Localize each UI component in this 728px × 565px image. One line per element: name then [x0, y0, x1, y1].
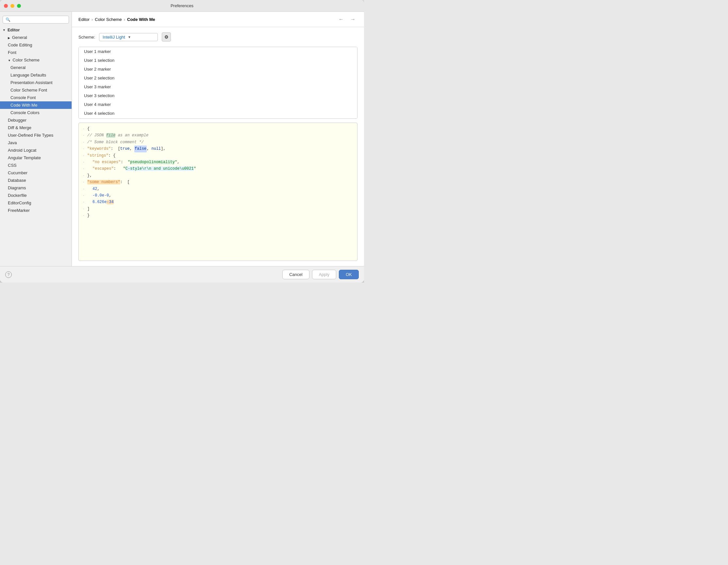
chevron-down-icon: ▼	[128, 35, 131, 39]
code-line: ·},	[83, 172, 353, 179]
sidebar-item-label: Cucumber	[8, 170, 27, 175]
minimize-button[interactable]	[10, 4, 14, 8]
sidebar-item-font[interactable]: Font	[0, 49, 72, 56]
breadcrumb-editor: Editor	[78, 17, 90, 22]
code-line: ·6.626e-34	[83, 199, 353, 205]
code-line: ·"keywords": [true, false, null],	[83, 145, 353, 152]
sidebar-item-label: General	[10, 65, 25, 70]
list-item-user3-selection[interactable]: User 3 selection	[79, 91, 357, 100]
list-item-user3-marker[interactable]: User 3 marker	[79, 82, 357, 91]
help-button[interactable]: ?	[5, 271, 12, 278]
list-item-user4-marker[interactable]: User 4 marker	[79, 100, 357, 109]
sidebar-item-label: Language Defaults	[10, 73, 46, 77]
code-line: ·{	[83, 125, 353, 132]
sidebar-item-label: Console Colors	[10, 110, 40, 115]
preferences-window: Preferences 🔍 ▼ Editor ▶ General	[0, 0, 364, 282]
list-item-user2-marker[interactable]: User 2 marker	[79, 65, 357, 74]
apply-button[interactable]: Apply	[312, 270, 337, 279]
sidebar-item-debugger[interactable]: Debugger	[0, 116, 72, 124]
close-button[interactable]	[4, 4, 8, 8]
sidebar-item-database[interactable]: Database	[0, 176, 72, 184]
list-item-user1-selection[interactable]: User 1 selection	[79, 56, 357, 65]
sidebar-item-cs-general[interactable]: General	[0, 64, 72, 71]
traffic-lights	[4, 4, 21, 8]
cancel-button[interactable]: Cancel	[282, 270, 309, 279]
sidebar-item-label: Font	[8, 50, 16, 55]
bottom-bar: ? Cancel Apply OK	[0, 266, 364, 282]
sidebar-item-editor[interactable]: ▼ Editor	[0, 26, 72, 34]
ok-button[interactable]: OK	[339, 270, 359, 279]
code-line: ·42,	[83, 186, 353, 192]
sidebar-item-label: FreeMarker	[8, 208, 30, 213]
sidebar-item-label: Console Font	[10, 95, 36, 100]
sidebar-item-label: Debugger	[8, 118, 26, 123]
sidebar-item-freemarker[interactable]: FreeMarker	[0, 207, 72, 214]
titlebar: Preferences	[0, 0, 364, 12]
main-content: 🔍 ▼ Editor ▶ General Code Editing Font	[0, 12, 364, 266]
sidebar-item-label: Color Scheme Font	[10, 88, 47, 92]
sidebar-item-general[interactable]: ▶ General	[0, 34, 72, 41]
back-arrow[interactable]: ←	[337, 16, 346, 23]
code-line: ·// JSON file as an example	[83, 132, 353, 139]
color-settings-list[interactable]: User 1 marker User 1 selection User 2 ma…	[78, 47, 357, 119]
breadcrumb-sep2: ›	[124, 17, 125, 22]
list-item-user1-marker[interactable]: User 1 marker	[79, 47, 357, 56]
breadcrumb-code-with-me: Code With Me	[127, 17, 155, 22]
search-input[interactable]	[12, 17, 66, 22]
code-line: ·]	[83, 206, 353, 212]
maximize-button[interactable]	[17, 4, 21, 8]
search-container: 🔍	[3, 16, 69, 24]
chevron-down-icon: ▼	[3, 28, 6, 32]
gear-icon: ⚙	[164, 34, 169, 40]
sidebar-item-label: EditorConfig	[8, 200, 31, 205]
sidebar-item-label: Dockerfile	[8, 193, 27, 198]
forward-arrow[interactable]: →	[348, 16, 357, 23]
sidebar-item-code-editing[interactable]: Code Editing	[0, 41, 72, 49]
breadcrumb: Editor › Color Scheme › Code With Me ← →	[72, 12, 364, 27]
sidebar-item-console-colors[interactable]: Console Colors	[0, 109, 72, 116]
sidebar-item-color-scheme-font[interactable]: Color Scheme Font	[0, 86, 72, 94]
sidebar-item-css[interactable]: CSS	[0, 161, 72, 169]
code-line: ·"no escapes": "pseudopolinomiality",	[83, 159, 353, 165]
nav-arrows: ← →	[337, 16, 357, 23]
sidebar-item-label: CSS	[8, 163, 17, 168]
code-line: ·"some numbers": [	[83, 179, 353, 185]
sidebar-item-label: General	[12, 35, 27, 40]
sidebar-item-cucumber[interactable]: Cucumber	[0, 169, 72, 176]
sidebar-item-presentation-assistant[interactable]: Presentation Assistant	[0, 79, 72, 86]
sidebar-item-label: User-Defined File Types	[8, 133, 53, 138]
content-panel: Editor › Color Scheme › Code With Me ← →…	[72, 12, 364, 266]
breadcrumb-sep1: ›	[91, 17, 93, 22]
code-line: ·"escapes": "C-style\r\n and unicode\u00…	[83, 165, 353, 172]
sidebar-item-android-logcat[interactable]: Android Logcat	[0, 146, 72, 154]
search-icon: 🔍	[6, 17, 10, 22]
sidebar-item-dockerfile[interactable]: Dockerfile	[0, 191, 72, 199]
sidebar-item-label: Angular Template	[8, 155, 41, 160]
list-item-user4-selection[interactable]: User 4 selection	[79, 109, 357, 118]
chevron-down-icon: ▼	[8, 59, 11, 62]
sidebar-item-diff-merge[interactable]: Diff & Merge	[0, 124, 72, 131]
list-item-user2-selection[interactable]: User 2 selection	[79, 74, 357, 82]
scheme-label: Scheme:	[78, 35, 95, 40]
sidebar-item-label: Android Logcat	[8, 148, 36, 153]
sidebar-item-code-with-me[interactable]: Code With Me	[0, 101, 72, 109]
sidebar-item-language-defaults[interactable]: Language Defaults	[0, 71, 72, 79]
gear-button[interactable]: ⚙	[162, 32, 171, 42]
sidebar-item-label: Database	[8, 178, 26, 183]
sidebar-item-angular-template[interactable]: Angular Template	[0, 154, 72, 161]
scheme-dropdown[interactable]: IntelliJ Light ▼	[99, 33, 158, 41]
sidebar-item-java[interactable]: Java	[0, 139, 72, 146]
sidebar-item-label: Code With Me	[10, 103, 37, 108]
sidebar-item-user-defined[interactable]: User-Defined File Types	[0, 131, 72, 139]
sidebar-item-editorconfig[interactable]: EditorConfig	[0, 199, 72, 207]
sidebar: 🔍 ▼ Editor ▶ General Code Editing Font	[0, 12, 72, 266]
breadcrumb-color-scheme: Color Scheme	[95, 17, 122, 22]
sidebar-item-diagrams[interactable]: Diagrams	[0, 184, 72, 191]
sidebar-item-label: Diff & Merge	[8, 125, 31, 130]
sidebar-item-console-font[interactable]: Console Font	[0, 94, 72, 101]
chevron-right-icon: ▶	[8, 36, 10, 40]
sidebar-item-color-scheme[interactable]: ▼ Color Scheme	[0, 56, 72, 64]
sidebar-item-label: Editor	[8, 27, 20, 32]
list-item-user5-marker[interactable]: User 5 marker	[79, 118, 357, 119]
window-title: Preferences	[171, 3, 193, 8]
